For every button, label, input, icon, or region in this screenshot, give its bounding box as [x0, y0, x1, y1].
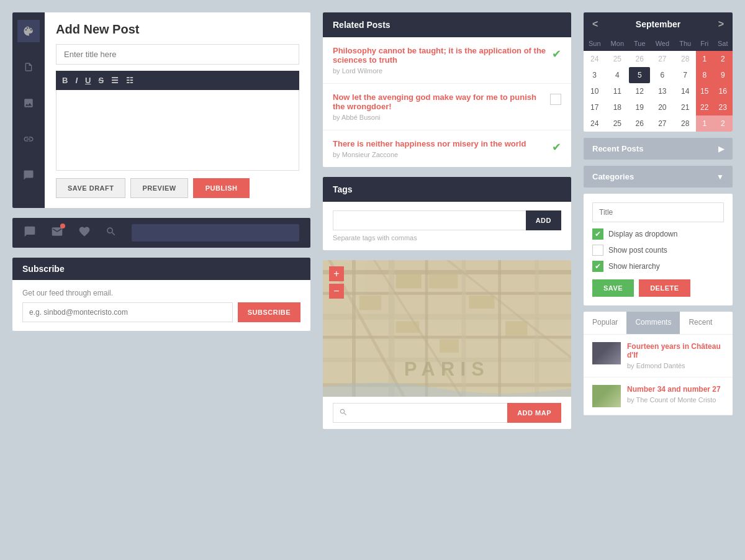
calendar-grid: Sun Mon Tue Wed Thu Fri Sat 24 25 26 27 — [584, 36, 733, 132]
cal-cell[interactable]: 26 — [629, 51, 650, 67]
cal-cell[interactable]: 3 — [584, 67, 605, 83]
category-delete-button[interactable]: DELETE — [639, 279, 690, 297]
cal-cell[interactable]: 27 — [650, 51, 674, 67]
checkbox-dropdown[interactable]: ✔ — [592, 228, 603, 240]
svg-rect-16 — [396, 274, 422, 289]
related-post-link-3[interactable]: There is neither happiness nor misery in… — [333, 139, 526, 148]
recent-posts-toggle[interactable]: Recent Posts ▶ — [584, 138, 733, 160]
save-draft-button[interactable]: SAVE DRAFT — [56, 178, 125, 198]
tab-post-item-1: Fourteen years in Château d'If by Edmond… — [584, 335, 733, 377]
sidebar-icon-image[interactable] — [17, 92, 40, 114]
cal-cell[interactable]: 26 — [629, 115, 650, 132]
category-title-input[interactable] — [592, 202, 724, 222]
cal-cell[interactable]: 24 — [584, 51, 605, 67]
map-search-input[interactable] — [333, 403, 507, 423]
cal-cell[interactable]: 2 — [713, 115, 733, 132]
sidebar-icon-link[interactable] — [17, 128, 40, 150]
cal-cell[interactable]: 8 — [696, 67, 713, 83]
heart-notif-icon[interactable] — [78, 225, 91, 241]
check-icon-3[interactable]: ✔ — [552, 140, 561, 154]
tab-post-title-2[interactable]: Number 34 and number 27 — [627, 385, 721, 394]
categories-toggle[interactable]: Categories ▼ — [584, 166, 733, 187]
cal-cell[interactable]: 25 — [605, 51, 629, 67]
tags-input[interactable] — [333, 210, 526, 230]
cal-cell[interactable]: 21 — [674, 99, 696, 115]
cal-cell[interactable]: 28 — [674, 51, 696, 67]
related-post-link-1[interactable]: Philosophy cannot be taught; it is the a… — [333, 46, 552, 65]
cal-cell-today[interactable]: 5 — [629, 67, 650, 83]
toolbar-bold[interactable]: B — [62, 76, 68, 85]
cal-cell[interactable]: 6 — [650, 67, 674, 83]
tab-post-title-1[interactable]: Fourteen years in Château d'If — [627, 342, 724, 359]
cal-cell[interactable]: 18 — [605, 99, 629, 115]
category-save-button[interactable]: SAVE — [592, 279, 634, 297]
cal-cell[interactable]: 24 — [584, 115, 605, 132]
tab-recent[interactable]: Recent — [680, 312, 721, 334]
editor-toolbar: B I U S ☰ ☷ — [56, 71, 299, 90]
sidebar-icon-document[interactable] — [17, 56, 40, 78]
checkbox-dropdown-label: Display as dropdown — [608, 230, 677, 238]
cal-cell[interactable]: 7 — [674, 67, 696, 83]
subscribe-button[interactable]: SUBSCRIBE — [238, 302, 300, 322]
comment-notif-icon[interactable] — [24, 225, 36, 241]
related-post-link-2[interactable]: Now let the avenging god make way for me… — [333, 93, 550, 111]
post-editor: Add New Post B I U S ☰ ☷ SAVE DRAFT PREV… — [45, 12, 310, 208]
cal-cell[interactable]: 28 — [674, 115, 696, 132]
cal-cell[interactable]: 14 — [674, 83, 696, 99]
calendar-next-button[interactable]: > — [718, 19, 724, 30]
cal-cell[interactable]: 1 — [696, 115, 713, 132]
checkbox-hierarchy[interactable]: ✔ — [592, 261, 603, 272]
toolbar-list-ordered[interactable]: ☷ — [126, 76, 133, 85]
search-notif-icon[interactable] — [106, 226, 117, 240]
cal-cell[interactable]: 11 — [605, 83, 629, 99]
mail-notif-icon[interactable] — [51, 225, 63, 241]
cal-cell[interactable]: 15 — [696, 83, 713, 99]
tab-post-author-2: by The Count of Monte Cristo — [627, 396, 721, 404]
cal-cell[interactable]: 22 — [696, 99, 713, 115]
toolbar-italic[interactable]: I — [75, 76, 78, 85]
check-icon-1[interactable]: ✔ — [552, 47, 561, 61]
map-zoom-in-button[interactable]: + — [329, 266, 344, 281]
publish-button[interactable]: PUBLISH — [193, 178, 250, 198]
cal-cell[interactable]: 12 — [629, 83, 650, 99]
cal-cell[interactable]: 20 — [650, 99, 674, 115]
cal-cell[interactable]: 17 — [584, 99, 605, 115]
cal-cell[interactable]: 13 — [650, 83, 674, 99]
sidebar-icon-comment[interactable] — [17, 164, 40, 186]
map-zoom-out-button[interactable]: − — [329, 284, 344, 299]
checkbox-counts[interactable] — [592, 245, 603, 256]
sidebar-icon-palette[interactable] — [17, 20, 40, 42]
tab-popular[interactable]: Popular — [584, 312, 626, 334]
tab-comments[interactable]: Comments — [626, 312, 680, 334]
add-tag-button[interactable]: ADD — [526, 210, 561, 230]
subscribe-email-input[interactable] — [22, 302, 233, 322]
cal-cell[interactable]: 10 — [584, 83, 605, 99]
tab-post-thumb-2 — [592, 385, 621, 407]
checkbox-empty-2[interactable] — [550, 94, 561, 105]
cal-cell[interactable]: 1 — [696, 51, 713, 67]
svg-rect-7 — [352, 260, 356, 397]
cal-cell[interactable]: 9 — [713, 67, 733, 83]
cal-cell[interactable]: 25 — [605, 115, 629, 132]
checkbox-row-dropdown: ✔ Display as dropdown — [592, 228, 724, 240]
toolbar-strikethrough[interactable]: S — [98, 76, 104, 85]
tab-post-content-2: Number 34 and number 27 by The Count of … — [627, 385, 721, 404]
cal-day-thu: Thu — [674, 36, 696, 51]
preview-button[interactable]: PREVIEW — [130, 178, 187, 198]
toolbar-list-unordered[interactable]: ☰ — [111, 76, 119, 85]
cal-cell[interactable]: 4 — [605, 67, 629, 83]
toolbar-underline[interactable]: U — [85, 76, 91, 85]
subscribe-header: Subscribe — [12, 258, 310, 280]
cal-cell[interactable]: 19 — [629, 99, 650, 115]
post-title-input[interactable] — [56, 44, 299, 65]
calendar-prev-button[interactable]: < — [592, 19, 598, 30]
svg-text:PARIS: PARIS — [404, 358, 490, 379]
editor-body[interactable] — [56, 90, 299, 171]
cal-cell[interactable]: 16 — [713, 83, 733, 99]
cal-cell[interactable]: 2 — [713, 51, 733, 67]
cal-cell[interactable]: 23 — [713, 99, 733, 115]
add-map-button[interactable]: ADD MAP — [507, 403, 561, 423]
notif-search-input[interactable] — [132, 224, 299, 242]
related-post-author-2: by Abbé Busoni — [333, 114, 550, 121]
cal-cell[interactable]: 27 — [650, 115, 674, 132]
